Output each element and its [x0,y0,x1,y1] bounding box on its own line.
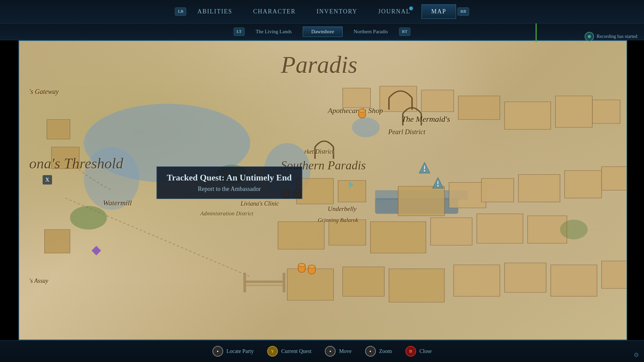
navigation-arrow [346,180,356,191]
tab-abilities[interactable]: ABILITIES [188,4,242,19]
quest-marker-right-2 [432,177,444,193]
subnav-lt-button[interactable]: LT [234,28,245,36]
subtab-living-lands[interactable]: The Living Lands [247,27,300,37]
pot-marker-1 [357,108,367,120]
move-btn-icon: ● [325,346,336,357]
tab-inventory[interactable]: INVENTORY [307,4,367,19]
svg-point-61 [359,109,365,112]
green-line-indicator [536,23,537,42]
svg-marker-59 [349,182,354,188]
map-background [19,41,627,340]
subnav-rt-button[interactable]: RT [399,28,410,36]
quest-name: An Untimely End [226,173,292,183]
x-party-marker: X [43,175,52,185]
quest-tooltip: Tracked Quest: An Untimely End Report to… [156,166,302,199]
tab-character[interactable]: CHARACTER [243,4,305,19]
action-close[interactable]: B Close [405,346,432,357]
current-quest-btn-icon: Y [267,346,278,357]
pot-marker-4 [297,262,306,274]
quest-marker-right [418,162,431,178]
notification-dot: ! [409,6,413,10]
zoom-btn-icon: ● [365,346,376,357]
top-navigation: LB ABILITIES CHARACTER INVENTORY JOURNAL… [0,0,644,23]
close-btn-icon: B [405,346,416,357]
current-quest-label: Current Quest [281,348,311,354]
move-label: Move [339,348,351,354]
recording-indicator: Recording has started [585,32,637,41]
svg-point-55 [424,170,425,171]
quest-tooltip-instruction: Report to the Ambassador [167,186,292,193]
zoom-label: Zoom [379,348,392,354]
action-locate-party[interactable]: ● Locate Party [212,346,254,357]
bottom-action-bar: ● Locate Party Y Current Quest ● Move ● … [0,340,644,362]
recording-inner-dot [588,35,591,38]
sub-navigation: LT The Living Lands Dawnshore Northern P… [0,23,644,40]
svg-point-58 [437,185,439,187]
action-move[interactable]: ● Move [325,346,351,357]
settings-icon: ⚙ [634,351,639,359]
subtab-dawnshore[interactable]: Dawnshore [303,27,342,37]
pot-marker-5 [307,264,316,276]
map-container[interactable]: Paradis 's Gateway ona's Threshold Water… [18,40,627,340]
tab-journal[interactable]: JOURNAL ! [368,4,420,19]
locate-party-btn-icon: ● [212,346,223,357]
nav-rb-button[interactable]: RB [457,7,469,16]
svg-point-67 [298,263,305,267]
close-label: Close [419,348,432,354]
recording-text: Recording has started [597,34,637,39]
svg-point-69 [308,265,315,268]
locate-party-label: Locate Party [227,348,254,354]
action-current-quest[interactable]: Y Current Quest [267,346,311,357]
subtab-northern-paradis[interactable]: Northern Paradis [345,27,396,37]
action-zoom[interactable]: ● Zoom [365,346,392,357]
tab-map[interactable]: MAP [422,4,456,19]
nav-lb-button[interactable]: LB [175,7,186,16]
recording-icon [585,32,594,41]
quest-tooltip-title: Tracked Quest: An Untimely End [167,173,292,183]
